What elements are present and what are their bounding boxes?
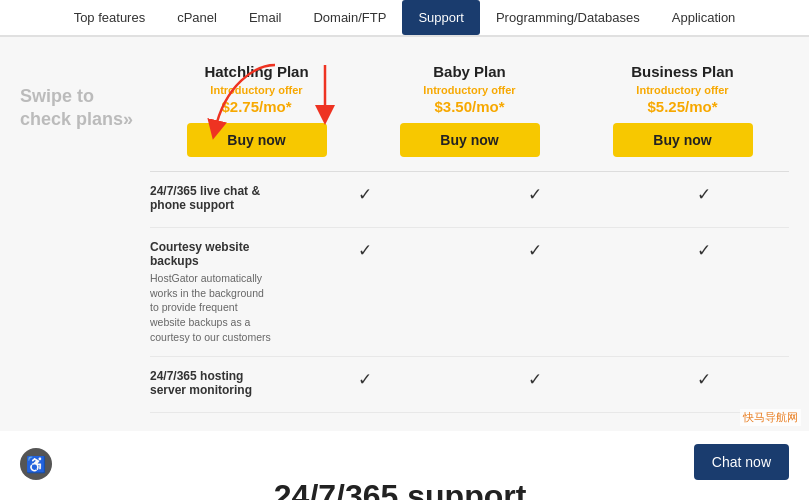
plan-baby-intro: Introductory offer — [369, 84, 570, 96]
plans-header: Hatchling Plan Introductory offer $2.75/… — [150, 55, 789, 167]
checkmark-icon: ✓ — [358, 185, 372, 204]
checkmark-icon: ✓ — [697, 185, 711, 204]
plan-business: Business Plan Introductory offer $5.25/m… — [576, 55, 789, 167]
buy-baby-button[interactable]: Buy now — [400, 123, 540, 157]
plan-business-name: Business Plan — [582, 63, 783, 80]
nav-item-application[interactable]: Application — [656, 0, 752, 35]
plan-baby-price: $3.50/mo* — [369, 98, 570, 115]
feature-title-2: Courtesy website backups — [150, 240, 272, 268]
plan-hatchling-name: Hatchling Plan — [156, 63, 357, 80]
feature-check-1-0: ✓ — [280, 172, 450, 227]
feature-rows: 24/7/365 live chat & phone support ✓ ✓ ✓… — [150, 171, 789, 413]
bottom-section: 24/7/365 support. We work when you work. — [0, 431, 809, 500]
nav-item-cpanel[interactable]: cPanel — [161, 0, 233, 35]
feature-check-2-2: ✓ — [619, 228, 789, 356]
feature-check-1-2: ✓ — [619, 172, 789, 227]
accessibility-button[interactable]: ♿ — [20, 448, 52, 480]
nav-item-top-features[interactable]: Top features — [58, 0, 162, 35]
plans-table: Hatchling Plan Introductory offer $2.75/… — [150, 55, 789, 413]
nav-item-support[interactable]: Support — [402, 0, 480, 35]
feature-row-2: Courtesy website backups HostGator autom… — [150, 228, 789, 357]
checkmark-icon: ✓ — [358, 241, 372, 260]
plan-business-intro: Introductory offer — [582, 84, 783, 96]
feature-row-1: 24/7/365 live chat & phone support ✓ ✓ ✓ — [150, 172, 789, 228]
feature-title-1: 24/7/365 live chat & phone support — [150, 184, 272, 212]
plans-section: Swipe to check plans» Hatchling Plan Int… — [0, 37, 809, 431]
buy-business-button[interactable]: Buy now — [613, 123, 753, 157]
navigation-bar: Top features cPanel Email Domain/FTP Sup… — [0, 0, 809, 37]
checkmark-icon: ✓ — [358, 370, 372, 389]
feature-desc-2: HostGator automatically works in the bac… — [150, 271, 272, 344]
checkmark-icon: ✓ — [528, 241, 542, 260]
feature-check-3-1: ✓ — [450, 357, 620, 412]
plan-hatchling-price: $2.75/mo* — [156, 98, 357, 115]
swipe-label: Swipe to check plans» — [20, 55, 150, 132]
nav-item-domain-ftp[interactable]: Domain/FTP — [297, 0, 402, 35]
plan-hatchling-intro: Introductory offer — [156, 84, 357, 96]
feature-check-1-1: ✓ — [450, 172, 620, 227]
checkmark-icon: ✓ — [697, 370, 711, 389]
plans-wrapper: Swipe to check plans» Hatchling Plan Int… — [20, 55, 789, 413]
plan-baby-name: Baby Plan — [369, 63, 570, 80]
nav-item-email[interactable]: Email — [233, 0, 298, 35]
buy-hatchling-button[interactable]: Buy now — [187, 123, 327, 157]
feature-label-1: 24/7/365 live chat & phone support — [150, 172, 280, 227]
bottom-headline: 24/7/365 support. We work when you work. — [20, 476, 789, 500]
feature-label-3: 24/7/365 hosting server monitoring — [150, 357, 280, 412]
feature-row-3: 24/7/365 hosting server monitoring ✓ ✓ ✓ — [150, 357, 789, 413]
plan-hatchling: Hatchling Plan Introductory offer $2.75/… — [150, 55, 363, 167]
chat-now-button[interactable]: Chat now — [694, 444, 789, 480]
plan-baby: Baby Plan Introductory offer $3.50/mo* B… — [363, 55, 576, 167]
checkmark-icon: ✓ — [697, 241, 711, 260]
nav-item-programming[interactable]: Programming/Databases — [480, 0, 656, 35]
feature-check-2-0: ✓ — [280, 228, 450, 356]
checkmark-icon: ✓ — [528, 370, 542, 389]
feature-label-2: Courtesy website backups HostGator autom… — [150, 228, 280, 356]
checkmark-icon: ✓ — [528, 185, 542, 204]
plan-business-price: $5.25/mo* — [582, 98, 783, 115]
feature-check-3-2: ✓ — [619, 357, 789, 412]
feature-title-3: 24/7/365 hosting server monitoring — [150, 369, 272, 397]
accessibility-icon: ♿ — [26, 455, 46, 474]
feature-check-3-0: ✓ — [280, 357, 450, 412]
feature-check-2-1: ✓ — [450, 228, 620, 356]
